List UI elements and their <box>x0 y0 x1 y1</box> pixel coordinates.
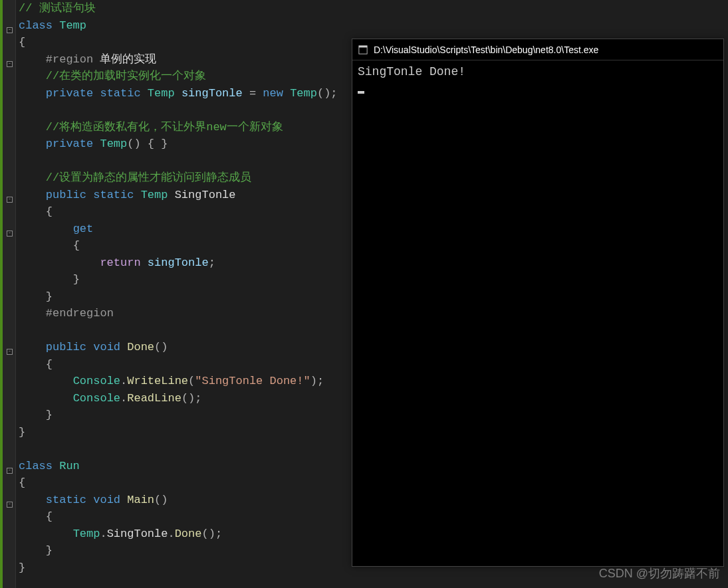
parens: () <box>154 494 168 506</box>
dot: . <box>120 392 127 405</box>
semicolon: ; <box>215 528 222 540</box>
console-title: D:\VisualStudio\Scripts\Test\bin\Debug\n… <box>374 45 598 55</box>
brace: } <box>46 544 53 557</box>
region-label: 单例的实现 <box>100 53 156 66</box>
console-icon <box>358 45 368 55</box>
comment: // 测试语句块 <box>19 2 96 15</box>
keyword: void <box>93 341 120 353</box>
keyword: public <box>46 189 86 201</box>
paren: ( <box>188 375 195 387</box>
keyword: private <box>46 138 93 150</box>
parens: () <box>317 87 330 100</box>
brace: { <box>19 36 25 49</box>
dot: . <box>168 528 174 540</box>
keyword-class: class <box>19 460 53 472</box>
console-titlebar[interactable]: D:\VisualStudio\Scripts\Test\bin\Debug\n… <box>352 39 723 60</box>
brace: } <box>46 290 53 303</box>
brace: } <box>46 409 53 421</box>
fold-toggle[interactable]: - <box>7 231 13 237</box>
change-marker <box>0 0 3 588</box>
region: #region <box>46 53 93 66</box>
ctor: Temp <box>100 138 127 150</box>
editor-gutter: - - - - - - - <box>0 0 16 588</box>
type-name: Temp <box>59 19 86 32</box>
keyword: static <box>46 494 86 506</box>
dot: . <box>100 528 106 540</box>
fold-toggle[interactable]: - <box>7 27 13 33</box>
parens: () <box>127 138 140 150</box>
brace: { <box>46 510 53 523</box>
property: SingTonle <box>107 528 168 540</box>
fold-toggle[interactable]: - <box>7 61 13 67</box>
type-name: Temp <box>73 528 100 540</box>
console-cursor <box>358 91 364 94</box>
method: Done <box>175 528 202 540</box>
keyword: public <box>46 341 86 353</box>
parens: () <box>154 341 168 353</box>
keyword: static <box>100 87 140 100</box>
brace: { <box>73 239 80 252</box>
watermark: CSDN @切勿踌躇不前 <box>599 565 720 581</box>
console-window[interactable]: D:\VisualStudio\Scripts\Test\bin\Debug\n… <box>352 39 724 567</box>
field: singTonle <box>148 256 209 269</box>
string: "SingTonle Done!" <box>195 375 310 387</box>
output-line: SingTonle Done! <box>358 64 718 79</box>
paren: ) <box>310 375 317 387</box>
fold-toggle[interactable]: - <box>7 349 13 355</box>
type-name: Console <box>73 375 120 387</box>
console-output: SingTonle Done! <box>352 60 723 98</box>
semicolon: ; <box>209 256 215 269</box>
property: SingTonle <box>175 189 236 201</box>
semicolon: ; <box>317 375 324 387</box>
keyword-return: return <box>100 256 140 269</box>
parens: () <box>201 528 215 540</box>
op: = <box>249 87 256 100</box>
brace: { <box>46 358 53 371</box>
type-name: Temp <box>290 87 317 100</box>
keyword: static <box>93 189 134 201</box>
type-name: Run <box>59 460 80 472</box>
keyword-class: class <box>19 19 53 32</box>
dot: . <box>120 375 127 387</box>
method: Main <box>127 494 154 506</box>
comment: //将构造函数私有化，不让外界new一个新对象 <box>46 121 283 134</box>
method: Done <box>127 341 154 353</box>
fold-toggle[interactable]: - <box>7 197 13 203</box>
svg-rect-1 <box>359 45 367 47</box>
brace: } <box>73 273 80 286</box>
brace: } <box>19 561 25 574</box>
brace: } <box>19 426 25 439</box>
method: WriteLine <box>127 375 188 387</box>
keyword: void <box>93 494 120 506</box>
type-name: Temp <box>148 87 175 100</box>
keyword: private <box>46 87 93 100</box>
semicolon: ; <box>195 392 201 405</box>
field: singTonle <box>182 87 243 100</box>
fold-toggle[interactable]: - <box>7 502 13 508</box>
parens: () <box>182 392 195 405</box>
semicolon: ; <box>330 87 337 100</box>
keyword: new <box>263 87 283 100</box>
brace: { <box>46 205 53 218</box>
comment: //在类的加载时实例化一个对象 <box>46 70 206 82</box>
type-name: Temp <box>141 189 168 201</box>
endregion: #endregion <box>46 307 114 320</box>
fold-toggle[interactable]: - <box>7 468 13 474</box>
brace: { <box>19 476 25 489</box>
comment: //设置为静态的属性才能访问到静态成员 <box>46 171 251 184</box>
type-name: Console <box>73 392 120 405</box>
keyword-get: get <box>73 223 94 235</box>
method: ReadLine <box>127 392 182 405</box>
